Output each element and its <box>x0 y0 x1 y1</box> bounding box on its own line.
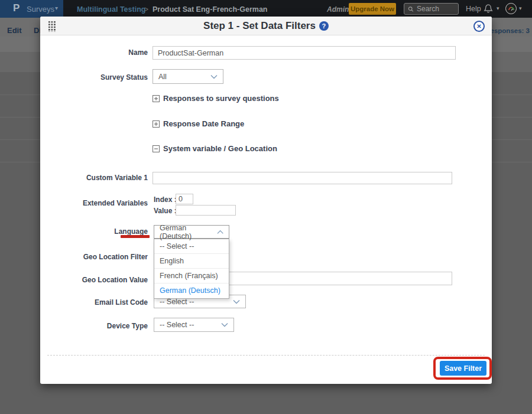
search-input[interactable] <box>417 5 455 13</box>
language-select[interactable]: German (Deutsch) <box>154 225 229 239</box>
breadcrumb-parent-link[interactable]: Multilingual Testing <box>77 5 145 14</box>
page: P Surveys ▾ Multilingual Testing > Produ… <box>0 0 532 414</box>
email-list-code-label: Email List Code <box>95 298 148 307</box>
custom-variable-1-label: Custom Variable 1 <box>86 174 148 182</box>
name-input[interactable] <box>153 46 456 60</box>
device-type-value: -- Select -- <box>160 321 194 329</box>
language-option-french[interactable]: French (Français) <box>154 269 229 283</box>
language-value: German (Deutsch) <box>160 224 217 240</box>
extended-variables-label: Extended Variables <box>83 199 148 207</box>
questionpro-logo-icon: P <box>13 2 20 14</box>
section-label: Responses to survey questions <box>163 94 279 103</box>
breadcrumb-separator: > <box>144 5 148 14</box>
custom-variable-1-input[interactable] <box>153 172 452 184</box>
plus-box-icon <box>153 120 160 128</box>
minus-box-icon <box>153 145 160 152</box>
search-icon <box>408 6 414 12</box>
admin-label: Admin <box>327 5 349 14</box>
account-caret-icon: ▾ <box>519 5 522 11</box>
index-label: Index : <box>154 195 177 204</box>
language-option-select[interactable]: -- Select -- <box>154 239 229 254</box>
index-input[interactable] <box>176 194 193 204</box>
section-response-date-range[interactable]: Response Date Range <box>153 119 244 128</box>
section-label: System variable / Geo Location <box>163 144 277 153</box>
chevron-down-icon <box>210 74 218 79</box>
value-input[interactable] <box>176 205 236 216</box>
close-dialog-button[interactable]: ✕ <box>473 21 485 32</box>
plus-box-icon <box>153 95 160 102</box>
notifications-bell-icon[interactable] <box>484 4 493 16</box>
chevron-up-icon <box>217 230 223 234</box>
footer-divider <box>47 355 485 356</box>
tab-edit[interactable]: Edit <box>7 26 22 35</box>
surveys-menu[interactable]: Surveys <box>27 5 54 14</box>
drag-handle-icon[interactable] <box>48 21 56 32</box>
language-dropdown-list: -- Select -- English French (Français) G… <box>154 239 229 299</box>
save-filter-button[interactable]: Save Filter <box>440 361 486 376</box>
section-responses-to-questions[interactable]: Responses to survey questions <box>153 94 279 103</box>
name-label: Name <box>128 48 148 57</box>
surveys-caret-icon: ▾ <box>55 5 58 11</box>
logo-container[interactable]: P Surveys ▾ <box>0 0 63 18</box>
language-label: Language <box>114 227 148 236</box>
language-option-english[interactable]: English <box>154 254 229 269</box>
language-option-german[interactable]: German (Deutsch) <box>154 283 229 298</box>
chevron-down-icon <box>233 299 240 304</box>
survey-status-label: Survey Status <box>100 73 148 82</box>
top-navigation-bar: P Surveys ▾ Multilingual Testing > Produ… <box>0 0 532 18</box>
breadcrumb-current: Product Sat Eng-French-German <box>153 5 267 14</box>
dialog-title: Step 1 - Set Data Filters <box>203 20 316 32</box>
account-avatar-gauge-icon[interactable] <box>505 3 517 14</box>
bell-caret-icon: ▾ <box>497 5 499 11</box>
set-data-filters-dialog: Step 1 - Set Data Filters ? ✕ Name Surve… <box>40 17 492 384</box>
geo-location-value-label: Geo Location Value <box>82 276 148 284</box>
device-type-select[interactable]: -- Select -- <box>154 318 234 332</box>
survey-status-select[interactable]: All <box>153 69 223 84</box>
help-link[interactable]: Help <box>466 5 481 13</box>
chevron-down-icon <box>221 322 228 327</box>
value-label: Value : <box>154 207 177 215</box>
survey-status-value: All <box>158 73 167 81</box>
help-question-icon[interactable]: ? <box>319 21 329 31</box>
annotation-red-underline <box>121 235 150 238</box>
section-system-variable-geo[interactable]: System variable / Geo Location <box>153 144 277 153</box>
geo-location-filter-label: Geo Location Filter <box>83 253 148 261</box>
dialog-header: Step 1 - Set Data Filters ? <box>40 17 492 35</box>
responses-count-badge: Responses: 3 <box>485 27 530 34</box>
global-search[interactable] <box>404 3 459 15</box>
section-label: Response Date Range <box>163 119 244 128</box>
device-type-label: Device Type <box>107 322 148 330</box>
upgrade-now-button[interactable]: Upgrade Now <box>349 3 396 15</box>
